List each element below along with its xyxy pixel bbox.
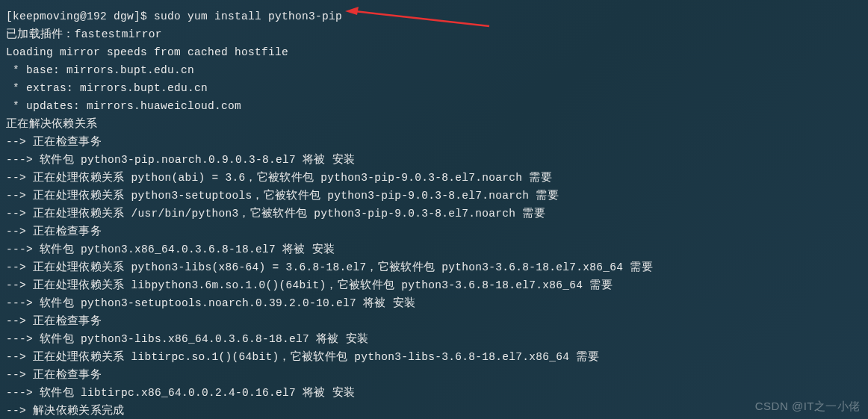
terminal-output-line: * base: mirrors.bupt.edu.cn bbox=[6, 61, 862, 79]
terminal-output-line: --> 正在检查事务 bbox=[6, 366, 862, 384]
terminal-output-line: ---> 软件包 libtirpc.x86_64.0.0.2.4-0.16.el… bbox=[6, 384, 862, 402]
terminal-prompt-line[interactable]: [keepmoving@192 dgw]$ sudo yum install p… bbox=[6, 7, 862, 25]
terminal-output-line: * extras: mirrors.bupt.edu.cn bbox=[6, 79, 862, 97]
terminal-output-line: --> 正在处理依赖关系 python(abi) = 3.6，它被软件包 pyt… bbox=[6, 169, 862, 187]
terminal-output-line: 已加载插件：fastestmirror bbox=[6, 25, 862, 43]
terminal-output-line: --> 正在处理依赖关系 /usr/bin/python3，它被软件包 pyth… bbox=[6, 205, 862, 223]
terminal-output-line: ---> 软件包 python3-setuptools.noarch.0.39.… bbox=[6, 294, 862, 312]
terminal-output-line: --> 正在处理依赖关系 libpython3.6m.so.1.0()(64bi… bbox=[6, 276, 862, 294]
terminal-output-line: * updates: mirrors.huaweicloud.com bbox=[6, 97, 862, 115]
terminal-output-line: --> 正在处理依赖关系 python3-setuptools，它被软件包 py… bbox=[6, 187, 862, 205]
terminal-output-line: Loading mirror speeds from cached hostfi… bbox=[6, 43, 862, 61]
terminal-output: 已加载插件：fastestmirrorLoading mirror speeds… bbox=[6, 25, 862, 419]
terminal-output-line: ---> 软件包 python3-libs.x86_64.0.3.6.8-18.… bbox=[6, 330, 862, 348]
watermark-text: CSDN @IT之一小佬 bbox=[755, 397, 861, 415]
terminal-output-line: --> 正在检查事务 bbox=[6, 223, 862, 240]
terminal-output-line: --> 正在处理依赖关系 libtirpc.so.1()(64bit)，它被软件… bbox=[6, 348, 862, 366]
terminal-output-line: --> 正在处理依赖关系 python3-libs(x86-64) = 3.6.… bbox=[6, 258, 862, 276]
terminal-output-line: ---> 软件包 python3-pip.noarch.0.9.0.3-8.el… bbox=[6, 151, 862, 169]
terminal-output-line: --> 正在检查事务 bbox=[6, 312, 862, 330]
shell-command: sudo yum install python3-pip bbox=[154, 10, 342, 22]
terminal-output-line: 正在解决依赖关系 bbox=[6, 115, 862, 133]
shell-prompt: [keepmoving@192 dgw]$ bbox=[6, 10, 154, 22]
terminal-output-line: --> 正在检查事务 bbox=[6, 133, 862, 151]
terminal-output-line: --> 解决依赖关系完成 bbox=[6, 402, 862, 419]
terminal-output-line: ---> 软件包 python3.x86_64.0.3.6.8-18.el7 将… bbox=[6, 240, 862, 258]
